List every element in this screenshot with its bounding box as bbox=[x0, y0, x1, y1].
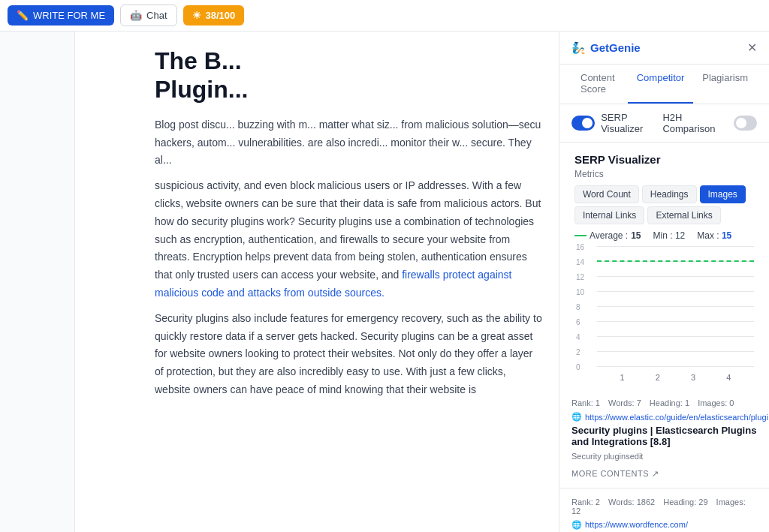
result-words-2: Words: 1862 bbox=[608, 497, 655, 506]
result-url-2[interactable]: 🌐 https://www.wordfence.com/ bbox=[571, 520, 757, 530]
serp-visualizer-label: SERP Visualizer bbox=[601, 112, 662, 134]
max-stat: Max : 15 bbox=[697, 230, 731, 241]
firewalls-link[interactable]: firewalls protect against malicious code… bbox=[155, 269, 511, 299]
tab-competitor[interactable]: Competitor bbox=[628, 65, 694, 104]
left-sidebar bbox=[0, 32, 75, 532]
chart-title: SERP Visualizer bbox=[559, 143, 769, 169]
chart-stats: Average : 15 Min : 12 Max : 15 bbox=[559, 224, 769, 247]
results-list: Rank: 1 Words: 7 Heading: 1 Images: 0 🌐 … bbox=[559, 389, 769, 532]
result-meta-1: Rank: 1 Words: 7 Heading: 1 Images: 0 bbox=[571, 398, 757, 407]
content-paragraph-3: Security plugins also include features f… bbox=[155, 310, 544, 399]
serp-visualizer-toggle-group: SERP Visualizer bbox=[571, 112, 662, 134]
right-panel: 🧞 GetGenie ✕ Content Score Competitor Pl… bbox=[559, 32, 769, 532]
metric-tab-external-links[interactable]: External Links bbox=[647, 206, 720, 224]
score-button[interactable]: ☀ 38/100 bbox=[183, 5, 245, 26]
chart-section: SERP Visualizer Metrics Word Count Headi… bbox=[559, 143, 769, 389]
panel-tabs: Content Score Competitor Plagiarism bbox=[559, 65, 769, 104]
close-button[interactable]: ✕ bbox=[747, 41, 757, 55]
serp-visualizer-toggle[interactable] bbox=[571, 116, 595, 131]
result-heading-1: Heading: 1 bbox=[650, 398, 689, 407]
more-contents-button-1[interactable]: MORE CONTENTS ↗ bbox=[571, 469, 659, 479]
result-heading-2: Heading: 29 bbox=[663, 497, 707, 506]
min-stat: Min : 12 bbox=[653, 230, 686, 241]
average-dot bbox=[574, 235, 587, 236]
h2h-comparison-toggle-group: H2H Comparison bbox=[662, 112, 757, 134]
globe-icon-1: 🌐 bbox=[571, 412, 582, 422]
h2h-comparison-label: H2H Comparison bbox=[662, 112, 727, 134]
metric-tab-word-count[interactable]: Word Count bbox=[574, 185, 639, 203]
result-images-1: Images: 0 bbox=[698, 398, 734, 407]
bar-chart-wrapper: 16 14 12 10 8 6 4 2 0 bbox=[559, 247, 769, 389]
getgenie-header: 🧞 GetGenie ✕ bbox=[559, 32, 769, 65]
metrics-tabs: Word Count Headings Images Internal Link… bbox=[559, 185, 769, 224]
write-for-me-button[interactable]: ✏️ WRITE FOR ME bbox=[8, 5, 114, 26]
chat-icon: 🤖 bbox=[130, 10, 142, 21]
metric-tab-internal-links[interactable]: Internal Links bbox=[574, 206, 644, 224]
x-axis-labels: 1 2 3 4 bbox=[597, 373, 754, 382]
average-value: 15 bbox=[631, 230, 641, 241]
getgenie-logo: 🧞 GetGenie bbox=[571, 41, 641, 55]
result-url-1[interactable]: 🌐 https://www.elastic.co/guide/en/elasti… bbox=[571, 412, 757, 422]
result-title-1: Security plugins | Elasticsearch Plugins… bbox=[571, 425, 757, 447]
result-desc-1: Security pluginsedit bbox=[571, 450, 757, 463]
x-label-1: 1 bbox=[605, 373, 640, 382]
h2h-comparison-toggle[interactable] bbox=[734, 116, 757, 131]
result-words-1: Words: 7 bbox=[608, 398, 641, 407]
average-stat: Average : 15 bbox=[574, 230, 641, 241]
bar-chart: 16 14 12 10 8 6 4 2 0 bbox=[574, 247, 754, 382]
result-rank-1: Rank: 1 bbox=[571, 398, 600, 407]
average-label: Average : bbox=[590, 230, 628, 241]
result-meta-2: Rank: 2 Words: 1862 Heading: 29 Images: … bbox=[571, 497, 757, 515]
chart-subtitle: Metrics bbox=[559, 169, 769, 185]
result-rank-2: Rank: 2 bbox=[571, 497, 600, 506]
tab-content-score[interactable]: Content Score bbox=[571, 65, 628, 104]
content-paragraph-1: Blog post discu... buzzing with m... mat… bbox=[155, 116, 544, 170]
result-card-1: Rank: 1 Words: 7 Heading: 1 Images: 0 🌐 … bbox=[559, 389, 769, 488]
metric-tab-headings[interactable]: Headings bbox=[642, 185, 697, 203]
tab-plagiarism[interactable]: Plagiarism bbox=[693, 65, 757, 104]
x-label-2: 2 bbox=[640, 373, 675, 382]
result-card-2: Rank: 2 Words: 1862 Heading: 29 Images: … bbox=[559, 488, 769, 533]
page-title: The B...Plugin... bbox=[155, 47, 544, 104]
x-label-3: 3 bbox=[676, 373, 711, 382]
metric-tab-images[interactable]: Images bbox=[700, 185, 746, 203]
score-icon: ☀ bbox=[192, 10, 201, 21]
toggle-row: SERP Visualizer H2H Comparison bbox=[559, 104, 769, 143]
chat-button[interactable]: 🤖 Chat bbox=[120, 5, 176, 26]
main-layout: The B...Plugin... Blog post discu... buz… bbox=[0, 32, 769, 532]
max-value: 15 bbox=[722, 230, 731, 241]
globe-icon-2: 🌐 bbox=[571, 520, 582, 530]
getgenie-logo-icon: 🧞 bbox=[571, 41, 586, 55]
write-icon: ✏️ bbox=[17, 10, 29, 21]
x-label-4: 4 bbox=[711, 373, 746, 382]
toolbar: ✏️ WRITE FOR ME 🤖 Chat ☀ 38/100 bbox=[0, 0, 769, 32]
content-area: The B...Plugin... Blog post discu... buz… bbox=[75, 32, 559, 532]
bars-area bbox=[597, 247, 754, 367]
content-paragraph-2: suspicious activity, and even block mali… bbox=[155, 177, 544, 302]
